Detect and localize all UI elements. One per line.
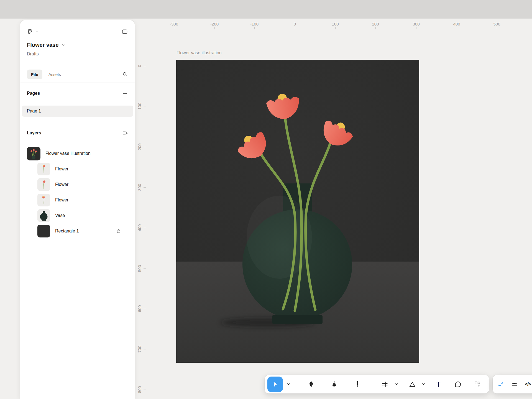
ruler-tick bbox=[174, 27, 174, 29]
layer-thumbnail bbox=[37, 163, 50, 175]
text-tool-icon: T bbox=[436, 381, 441, 388]
main-menu-button[interactable] bbox=[27, 29, 38, 35]
frame-tool-button[interactable] bbox=[378, 377, 392, 392]
ruler-tick bbox=[144, 106, 146, 106]
ruler-label: 0 bbox=[294, 22, 296, 26]
ruler-tick bbox=[497, 27, 497, 29]
measure-icon bbox=[511, 381, 518, 388]
pen-icon bbox=[307, 380, 315, 388]
ruler-label: 300 bbox=[413, 22, 420, 26]
file-menu-chevron-icon[interactable] bbox=[62, 43, 65, 47]
ruler-tick bbox=[457, 27, 457, 29]
annotate-tool-button[interactable] bbox=[493, 377, 508, 392]
chevron-down-icon bbox=[35, 30, 38, 33]
brush-icon bbox=[330, 380, 338, 388]
move-tool-chevron-icon[interactable] bbox=[285, 377, 291, 392]
divider bbox=[20, 123, 135, 123]
ruler-tick bbox=[144, 66, 146, 66]
toolbar: T bbox=[265, 375, 489, 393]
frame-title[interactable]: Flower vase illustration bbox=[177, 50, 222, 55]
shape-tool-button[interactable] bbox=[405, 377, 420, 392]
search-icon[interactable] bbox=[122, 71, 128, 77]
ruler-label: 400 bbox=[137, 224, 142, 231]
layer-thumbnail bbox=[37, 209, 50, 222]
ruler-tick bbox=[144, 187, 146, 188]
layer-thumbnail bbox=[37, 178, 50, 191]
tab-file[interactable]: File bbox=[27, 70, 42, 79]
ruler-label: 500 bbox=[493, 22, 500, 26]
layer-label: Vase bbox=[55, 213, 65, 218]
divider bbox=[20, 83, 135, 83]
layer-row-flower[interactable]: Flower bbox=[27, 192, 128, 208]
ruler-tick bbox=[214, 27, 215, 29]
layer-row-vase[interactable]: Vase bbox=[27, 208, 128, 223]
file-location-link[interactable]: Drafts bbox=[27, 52, 128, 57]
layer-row-rectangle[interactable]: Rectangle 1 bbox=[27, 223, 128, 239]
ruler-tick bbox=[144, 390, 146, 390]
layer-label: Flower vase illustration bbox=[45, 151, 91, 156]
pages-header: Pages bbox=[27, 91, 40, 96]
ruler-label: 100 bbox=[137, 103, 142, 109]
layers-header: Layers bbox=[27, 131, 41, 135]
left-panel: Flower vase Drafts File Assets Pages Pag… bbox=[20, 20, 135, 399]
frame-tool-chevron-icon[interactable] bbox=[393, 377, 399, 392]
ruler-tick bbox=[144, 309, 146, 309]
layer-row-frame[interactable]: Flower vase illustration bbox=[27, 146, 128, 161]
layer-label: Rectangle 1 bbox=[55, 229, 79, 234]
ruler-tick bbox=[144, 228, 146, 228]
page-item-page1[interactable]: Page 1 bbox=[22, 106, 133, 117]
ruler-label: -100 bbox=[250, 22, 259, 26]
layer-thumbnail bbox=[37, 225, 50, 237]
ruler-label: 200 bbox=[137, 143, 142, 150]
ruler-label: 500 bbox=[137, 265, 142, 272]
layer-row-flower[interactable]: Flower bbox=[27, 161, 128, 177]
dev-mode-toggle-button[interactable]: </> bbox=[521, 377, 532, 392]
ruler-label: 200 bbox=[372, 22, 379, 26]
window-top-strip bbox=[0, 0, 532, 19]
layer-thumbnail bbox=[37, 194, 50, 206]
move-tool-button[interactable] bbox=[267, 377, 283, 392]
pen-tool-button[interactable] bbox=[304, 377, 318, 392]
triangle-icon bbox=[408, 380, 416, 388]
ruler-label: 100 bbox=[332, 22, 339, 26]
brush-tool-button[interactable] bbox=[327, 377, 341, 392]
ruler-label: 800 bbox=[137, 386, 142, 393]
measure-tool-button[interactable] bbox=[507, 377, 522, 392]
ruler-label: 0 bbox=[137, 65, 142, 67]
text-tool-button[interactable]: T bbox=[431, 377, 446, 392]
file-name: Flower vase bbox=[27, 42, 59, 48]
ruler-tick bbox=[144, 349, 146, 349]
layer-label: Flower bbox=[55, 167, 68, 172]
ruler-label: 400 bbox=[453, 22, 460, 26]
ruler-tick bbox=[375, 27, 376, 29]
shape-tool-chevron-icon[interactable] bbox=[420, 377, 426, 392]
layer-thumbnail bbox=[27, 147, 40, 160]
page-label: Page 1 bbox=[27, 109, 41, 114]
ruler-label: 700 bbox=[137, 346, 142, 352]
layer-options-icon[interactable] bbox=[122, 130, 128, 136]
ruler-tick bbox=[144, 268, 146, 269]
sidebar-toggle-icon[interactable] bbox=[121, 28, 128, 35]
pencil-tool-button[interactable] bbox=[350, 377, 365, 392]
actions-icon bbox=[474, 380, 481, 388]
ruler-label: -200 bbox=[210, 22, 219, 26]
ruler-label: 600 bbox=[137, 305, 142, 312]
ruler-tick bbox=[295, 27, 295, 29]
lock-icon[interactable] bbox=[116, 228, 121, 234]
ruler-tick bbox=[144, 147, 146, 147]
layer-label: Flower bbox=[55, 182, 68, 187]
comment-tool-button[interactable] bbox=[451, 377, 465, 392]
dev-toolbar: </> bbox=[493, 375, 532, 393]
ruler-label: -300 bbox=[170, 22, 178, 26]
ruler-tick bbox=[335, 27, 336, 29]
layer-row-flower[interactable]: Flower bbox=[27, 177, 128, 192]
canvas-frame[interactable] bbox=[176, 60, 419, 363]
figma-logo-icon bbox=[27, 29, 33, 35]
ruler-tick bbox=[254, 27, 255, 29]
ruler-label: 300 bbox=[137, 184, 142, 191]
ruler-tick bbox=[416, 27, 416, 29]
actions-button[interactable] bbox=[470, 377, 485, 392]
layer-label: Flower bbox=[55, 198, 68, 203]
tab-assets[interactable]: Assets bbox=[48, 72, 61, 77]
add-page-icon[interactable] bbox=[122, 90, 128, 96]
